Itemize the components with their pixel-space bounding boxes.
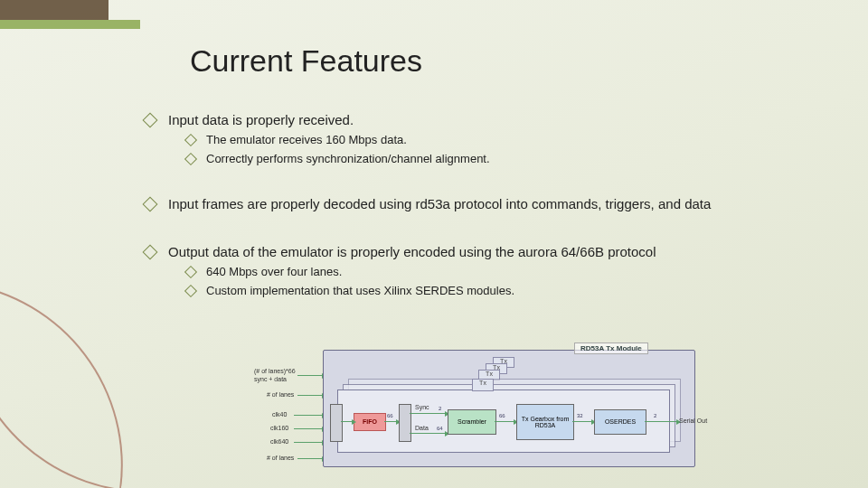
- diamond-bullet-icon: [184, 266, 197, 278]
- diagram-label: sync + data: [254, 376, 287, 382]
- decor-stem-dark: [0, 0, 108, 20]
- bus-width: 66: [387, 413, 393, 418]
- bullet-item: Output data of the emulator is properly …: [145, 244, 841, 259]
- bus-width: 66: [499, 413, 505, 418]
- module-title: RD53A Tx Module: [574, 343, 648, 354]
- content-area: Input data is properly received. The emu…: [145, 99, 841, 301]
- bullet-text: Output data of the emulator is properly …: [168, 244, 656, 259]
- block-oserdes: OSERDES: [594, 409, 646, 435]
- block-scrambler: Scrambler: [448, 409, 496, 435]
- diagram-label: # of lanes: [267, 455, 294, 461]
- bullet-subitem: Custom implementation that uses Xilinx S…: [186, 284, 841, 297]
- bullet-text: Custom implementation that uses Xilinx S…: [206, 284, 514, 297]
- lane-sync-label: Sync: [415, 404, 429, 410]
- diamond-bullet-icon: [184, 153, 197, 165]
- diamond-bullet-icon: [143, 197, 158, 212]
- bullet-text: Correctly performs synchronization/chann…: [206, 152, 490, 165]
- arrow-icon: [572, 421, 592, 422]
- diamond-bullet-icon: [143, 113, 158, 128]
- tx-tab: Tx: [472, 379, 494, 391]
- slide-title: Current Features: [190, 43, 422, 79]
- diamond-bullet-icon: [184, 134, 197, 146]
- arrow-icon: [410, 433, 446, 434]
- arrow-icon: [297, 458, 323, 459]
- diagram-label: clk160: [270, 425, 288, 431]
- arrow-icon: [297, 395, 323, 396]
- block-distributor: [399, 404, 411, 442]
- tx-module-diagram: (# of lanes)*66 sync + data # of lanes c…: [258, 339, 719, 473]
- serial-out-label: Serial Out: [679, 418, 707, 424]
- bus-width: 32: [577, 413, 583, 418]
- arrow-icon: [410, 413, 446, 414]
- decor-stem-green: [0, 20, 140, 29]
- bullet-subitem: 640 Mbps over four lanes.: [186, 265, 841, 278]
- arrow-icon: [341, 421, 353, 422]
- bullet-item: Input frames are properly decoded using …: [145, 196, 841, 211]
- bullet-text: Input data is properly received.: [168, 112, 354, 127]
- arrow-icon: [495, 421, 514, 422]
- diagram-label: # of lanes: [267, 391, 294, 398]
- arrow-icon: [645, 421, 677, 422]
- bullet-subitem: The emulator receives 160 Mbps data.: [186, 133, 841, 146]
- bullet-item: Input data is properly received.: [145, 112, 841, 127]
- bus-width: 64: [437, 426, 443, 431]
- diamond-bullet-icon: [143, 245, 158, 260]
- diagram-label: clk640: [270, 438, 288, 445]
- arrow-icon: [384, 421, 397, 422]
- lane-data-label: Data: [415, 425, 429, 431]
- arrow-icon: [297, 375, 323, 376]
- bus-width: 2: [654, 413, 656, 418]
- arrow-icon: [294, 428, 323, 429]
- block-splitter: [330, 404, 343, 442]
- bus-width: 2: [439, 406, 441, 411]
- diagram-label: (# of lanes)*66: [254, 368, 296, 374]
- slide: Current Features Input data is properly …: [0, 0, 868, 488]
- block-tx-gearbox: Tx Gearbox from RD53A: [516, 404, 574, 440]
- diagram-label: clk40: [272, 411, 287, 418]
- block-fifo: FIFO: [354, 413, 386, 431]
- arrow-icon: [294, 442, 323, 443]
- bullet-subitem: Correctly performs synchronization/chann…: [186, 152, 841, 165]
- arrow-icon: [294, 415, 323, 416]
- bullet-text: 640 Mbps over four lanes.: [206, 265, 342, 278]
- bullet-text: Input frames are properly decoded using …: [168, 196, 711, 211]
- diamond-bullet-icon: [184, 285, 197, 297]
- decor-leaf-outline: [0, 283, 146, 488]
- bullet-text: The emulator receives 160 Mbps data.: [206, 133, 407, 146]
